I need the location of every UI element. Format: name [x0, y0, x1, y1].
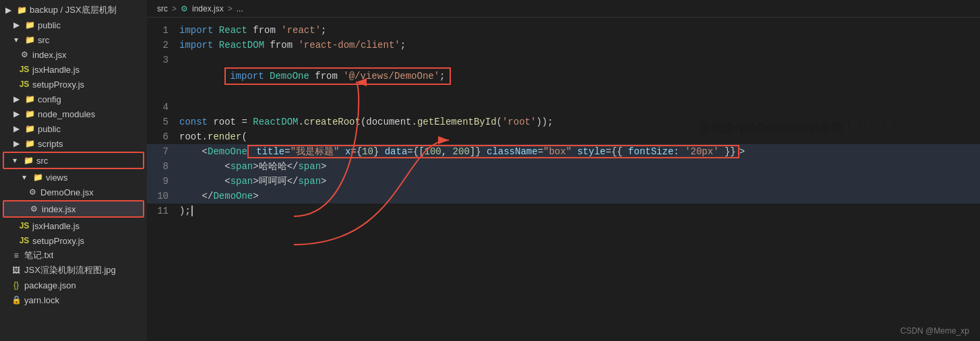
- sidebar-item-label: jsxHandle.js: [32, 65, 80, 75]
- sidebar-item-label: package.json: [24, 280, 76, 290]
- image-icon: 🖼: [11, 265, 22, 276]
- chevron-down-icon: ▾: [9, 155, 20, 166]
- line-content: <span>呵呵呵</span>: [179, 174, 980, 189]
- chevron-right-icon: ▶: [11, 138, 22, 149]
- chevron-right-icon: ▶: [3, 5, 13, 16]
- sidebar-item-label: src: [36, 156, 48, 166]
- sidebar-item-src-1[interactable]: ▾ 📁 src: [0, 32, 147, 47]
- sidebar-item-jsxhandle-1[interactable]: JS jsxHandle.js: [0, 62, 147, 77]
- sidebar-item-yarn-lock[interactable]: 🔒 yarn.lock: [0, 292, 147, 307]
- gear-icon: ⚙: [28, 204, 39, 214]
- chevron-right-icon: ▶: [11, 20, 22, 30]
- lock-icon: 🔒: [11, 294, 22, 305]
- json-icon: {}: [11, 280, 22, 290]
- sidebar-item-setupproxy-2[interactable]: JS setupProxy.js: [0, 233, 147, 248]
- breadcrumb: src > ⚙ index.jsx > ...: [147, 0, 980, 18]
- sidebar-item-demoone-jsx[interactable]: ⚙ DemoOne.jsx: [0, 185, 147, 199]
- code-line-3: 3 import DemoOne from '@/views/DemoOne';: [147, 53, 980, 100]
- breadcrumb-sep-2: >: [228, 4, 233, 13]
- sidebar-item-public-2[interactable]: ▶ 📁 public: [0, 121, 147, 136]
- line-content: <span>哈哈哈</span>: [179, 159, 980, 174]
- folder-icon: 📁: [32, 172, 43, 183]
- line-number: 11: [147, 204, 179, 218]
- sidebar-item-notes-txt[interactable]: ≡ 笔记.txt: [0, 248, 147, 263]
- gear-icon: ⚙: [19, 49, 30, 60]
- code-line-11: 11 );: [147, 204, 980, 218]
- sidebar-item-config[interactable]: ▶ 📁 config: [0, 92, 147, 106]
- line-content: import DemoOne from '@/views/DemoOne';: [179, 53, 980, 100]
- file-explorer: ▶ 📁 backup / JSX底层机制 ▶ 📁 public ▾ 📁 src …: [0, 0, 147, 341]
- src-folder-redbox: ▾ 📁 src: [3, 152, 144, 169]
- line-number: 9: [147, 174, 179, 189]
- line-content: import React from 'react';: [179, 23, 980, 38]
- folder-icon: 📁: [24, 123, 35, 134]
- sidebar-item-package-json[interactable]: {} package.json: [0, 278, 147, 292]
- line-number: 8: [147, 159, 179, 174]
- line-number: 3: [147, 53, 179, 67]
- breadcrumb-gear-icon: ⚙: [181, 4, 188, 13]
- sidebar-item-public-1[interactable]: ▶ 📁 public: [0, 18, 147, 32]
- code-line-10: 10 </DemoOne>: [147, 189, 980, 204]
- chevron-down-icon: ▾: [19, 172, 30, 183]
- code-line-2: 2 import ReactDOM from 'react-dom/client…: [147, 38, 980, 53]
- line7-attrs-redbox: title="我是标题" x={10} data={[100, 200]} cl…: [247, 145, 739, 158]
- js-icon: JS: [19, 64, 30, 75]
- line-content: );: [179, 204, 980, 218]
- sidebar-item-label: JSX渲染机制流程图.jpg: [24, 264, 116, 276]
- folder-icon: 📁: [24, 108, 35, 119]
- line-content: <DemoOne title="我是标题" x={10} data={[100,…: [179, 144, 980, 159]
- sidebar-item-src-2[interactable]: ▾ 📁 src: [4, 153, 143, 168]
- sidebar-item-setupproxy-1[interactable]: JS setupProxy.js: [0, 77, 147, 92]
- sidebar-item-backup-root[interactable]: ▶ 📁 backup / JSX底层机制: [0, 3, 147, 18]
- sidebar-item-label: index.jsx: [32, 50, 67, 60]
- index-jsx-redbox: ⚙ index.jsx: [3, 200, 144, 218]
- line-number: 6: [147, 129, 179, 144]
- annotation-text: 这些是传给DemoOne的参数！！！！！: [700, 120, 900, 135]
- js-icon: JS: [19, 79, 30, 90]
- sidebar-item-label: backup / JSX底层机制: [30, 4, 117, 16]
- sidebar-item-label: DemoOne.jsx: [40, 187, 94, 197]
- code-editor[interactable]: 1 import React from 'react'; 2 import Re…: [147, 18, 980, 341]
- sidebar-item-index-jsx-2[interactable]: ⚙ index.jsx: [4, 202, 143, 216]
- editor-main: src > ⚙ index.jsx > ... 1 import React f…: [147, 0, 980, 341]
- sidebar-item-label: yarn.lock: [24, 295, 59, 305]
- js-icon: JS: [19, 235, 30, 246]
- line3-redbox: import DemoOne from '@/views/DemoOne';: [224, 67, 450, 85]
- folder-icon: 📁: [24, 20, 35, 30]
- file-icon: ≡: [11, 250, 22, 261]
- sidebar-item-label: 笔记.txt: [24, 249, 53, 261]
- chevron-right-icon: ▶: [11, 123, 22, 134]
- chevron-down-icon: ▾: [11, 34, 22, 45]
- sidebar-item-label: setupProxy.js: [32, 236, 84, 246]
- watermark: CSDN @Meme_xp: [900, 326, 969, 336]
- line-content: </DemoOne>: [179, 189, 980, 204]
- chevron-right-icon: ▶: [11, 94, 22, 104]
- breadcrumb-file: index.jsx: [192, 4, 224, 13]
- line-number: 4: [147, 100, 179, 115]
- sidebar-item-label: public: [38, 124, 61, 134]
- sidebar-item-label: public: [38, 20, 61, 30]
- chevron-right-icon: ▶: [11, 108, 22, 119]
- breadcrumb-sep-1: >: [172, 4, 177, 13]
- sidebar-item-jsx-flow-img[interactable]: 🖼 JSX渲染机制流程图.jpg: [0, 263, 147, 278]
- code-line-7: 7 <DemoOne title="我是标题" x={10} data={[10…: [147, 144, 980, 159]
- sidebar-item-views[interactable]: ▾ 📁 views: [0, 170, 147, 185]
- sidebar-item-node-modules[interactable]: ▶ 📁 node_modules: [0, 106, 147, 121]
- gear-icon: ⚙: [27, 187, 38, 197]
- line-number: 2: [147, 38, 179, 53]
- folder-icon: 📁: [24, 94, 35, 104]
- js-icon: JS: [19, 220, 30, 231]
- sidebar-item-label: node_modules: [38, 109, 95, 119]
- folder-icon: 📁: [24, 34, 35, 45]
- breadcrumb-ellipsis: ...: [237, 4, 243, 13]
- line-number: 1: [147, 23, 179, 38]
- sidebar-item-label: views: [46, 173, 68, 183]
- sidebar-item-label: setupProxy.js: [32, 80, 84, 90]
- sidebar-item-label: scripts: [38, 139, 63, 149]
- code-line-1: 1 import React from 'react';: [147, 23, 980, 38]
- folder-icon: 📁: [16, 5, 27, 16]
- sidebar-item-jsxhandle-2[interactable]: JS jsxHandle.js: [0, 218, 147, 233]
- sidebar-item-scripts[interactable]: ▶ 📁 scripts: [0, 136, 147, 151]
- sidebar-item-index-jsx-1[interactable]: ⚙ index.jsx: [0, 47, 147, 62]
- line-content: import ReactDOM from 'react-dom/client';: [179, 38, 980, 53]
